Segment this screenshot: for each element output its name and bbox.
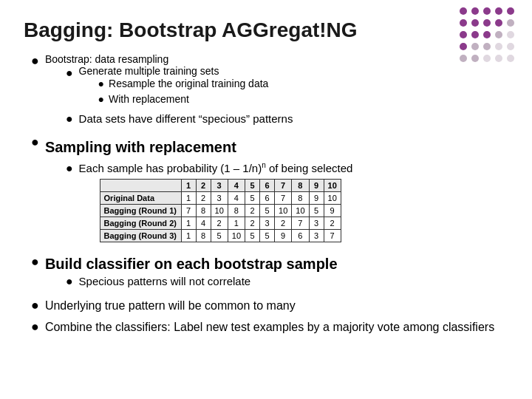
decoration-dot: [483, 31, 491, 38]
decoration-dot: [507, 7, 514, 15]
underlying-label: Underlying true pattern will be common t…: [45, 298, 296, 314]
table-row-label: Original Data: [100, 192, 181, 205]
replacement-label: With replacement: [109, 92, 189, 107]
bootstrap-table: 12345678910Original Data12345678910Baggi…: [100, 179, 341, 242]
table-header-cell: 10: [324, 180, 341, 192]
bullet-marker-sampling: ●: [31, 133, 39, 151]
table-cell: 2: [275, 217, 292, 230]
decoration-dot: [460, 31, 467, 38]
table-header-cell: 1: [181, 180, 196, 192]
table-cell: 3: [211, 192, 228, 205]
bullet-marker-l1: ●: [31, 52, 39, 70]
table-cell: 5: [260, 230, 275, 242]
table-cell: 5: [245, 192, 260, 205]
build-header: Build classifier on each bootstrap sampl…: [45, 256, 338, 272]
bullet-generate: ● Generate multiple training sets ● Resa…: [66, 65, 293, 109]
decoration-dot: [495, 7, 502, 15]
bullet-build: ● Build classifier on each bootstrap sam…: [31, 254, 508, 293]
table-cell: 3: [260, 217, 275, 230]
table-header-cell: 5: [245, 180, 260, 192]
decoration-dot: [495, 31, 502, 38]
table-cell: 8: [196, 230, 211, 242]
decoration-dot: [471, 19, 479, 27]
table-cell: 1: [181, 217, 196, 230]
table-cell: 5: [211, 230, 228, 242]
table-cell: 5: [260, 205, 275, 217]
slide: Bagging: Bootstrap AGGregat!NG ● Bootstr…: [0, 0, 532, 399]
table-header-cell: 9: [309, 180, 324, 192]
table-header-cell: 8: [292, 180, 309, 192]
table-cell: 10: [324, 192, 341, 205]
table-cell: 6: [292, 230, 309, 242]
table-header-cell: 2: [196, 180, 211, 192]
table-cell: 9: [309, 192, 324, 205]
decoration-dot: [483, 43, 491, 50]
main-content: ● Bootstrap: data resampling ● Generate …: [24, 53, 508, 336]
table-cell: 5: [309, 205, 324, 217]
decoration-dot: [483, 19, 491, 27]
decoration-dot: [460, 43, 467, 50]
table-header-cell: 3: [211, 180, 228, 192]
bullet-marker-l2a: ●: [66, 65, 73, 81]
bullet-probability: ● Each sample has probability (1 – 1/n)n…: [66, 160, 352, 247]
table-row-label: Bagging (Round 2): [100, 217, 181, 230]
table-cell: 7: [292, 217, 309, 230]
bullet-combine: ● Combine the classifiers: Label new tes…: [31, 319, 508, 336]
table-cell: 2: [196, 192, 211, 205]
table-row-label: Bagging (Round 3): [100, 230, 181, 242]
table-cell: 2: [245, 205, 260, 217]
table-cell: 10: [292, 205, 309, 217]
table-header-cell: [100, 180, 181, 192]
table-header-cell: 4: [228, 180, 245, 192]
bullet-marker-build: ●: [31, 253, 39, 271]
decoration: [460, 7, 517, 65]
bullet-marker-underlying: ●: [31, 296, 39, 315]
bullet-resample: ● Resample the original training data: [98, 77, 269, 92]
prob-label: Each sample has probability (1 – 1/n): [79, 162, 262, 174]
bullet-sampling: ● Sampling with replacement ● Each sampl…: [31, 134, 508, 250]
table-cell: 8: [228, 205, 245, 217]
table-cell: 9: [275, 230, 292, 242]
table-cell: 2: [245, 217, 260, 230]
bullet-datasets: ● Data sets have different “specious” pa…: [66, 111, 293, 127]
bullet-replacement: ● With replacement: [98, 92, 269, 107]
table-cell: 3: [309, 230, 324, 242]
table-row: Bagging (Round 3)18510559637: [100, 230, 341, 242]
table-cell: 2: [324, 217, 341, 230]
bullet-marker-combine: ●: [31, 318, 39, 336]
table-row: Bagging (Round 2)1421232732: [100, 217, 341, 230]
specious-label: Specious patterns will not correlate: [79, 273, 251, 289]
decoration-dot: [471, 31, 479, 38]
decoration-dot: [507, 31, 514, 38]
table-cell: 1: [181, 230, 196, 242]
table-cell: 10: [275, 205, 292, 217]
table-cell: 1: [228, 217, 245, 230]
decoration-dot: [495, 43, 502, 50]
bullet-marker-l2b: ●: [66, 111, 73, 127]
prob-suffix: of being selected: [266, 162, 353, 174]
bootstrap-label: Bootstrap: data resampling: [45, 53, 168, 65]
decoration-dot: [471, 55, 479, 62]
combine-label: Combine the classifiers: Label new test …: [45, 319, 494, 335]
table-cell: 6: [260, 192, 275, 205]
table-cell: 10: [228, 230, 245, 242]
bullet-marker-specious: ●: [66, 273, 73, 290]
table-header-cell: 6: [260, 180, 275, 192]
bullet-bootstrap: ● Bootstrap: data resampling ● Generate …: [31, 53, 508, 131]
data-table-wrapper: 12345678910Original Data12345678910Baggi…: [100, 179, 353, 242]
decoration-dot: [507, 19, 514, 27]
table-cell: 8: [196, 205, 211, 217]
decoration-dot: [471, 7, 479, 15]
build-l2-container: ● Specious patterns will not correlate: [45, 273, 338, 290]
table-row: Original Data12345678910: [100, 192, 341, 205]
l2-container: ● Generate multiple training sets ● Resa…: [45, 65, 293, 128]
sampling-header: Sampling with replacement: [45, 137, 352, 157]
decoration-dot: [471, 43, 479, 50]
datasets-label: Data sets have different “specious” patt…: [79, 111, 293, 126]
table-row-label: Bagging (Round 1): [100, 205, 181, 217]
bullet-specious: ● Specious patterns will not correlate: [66, 273, 338, 290]
decoration-dot: [460, 55, 467, 62]
probability-text: Each sample has probability (1 – 1/n)n o…: [79, 162, 353, 174]
l3-container: ● Resample the original training data ● …: [79, 77, 269, 107]
table-cell: 9: [324, 205, 341, 217]
